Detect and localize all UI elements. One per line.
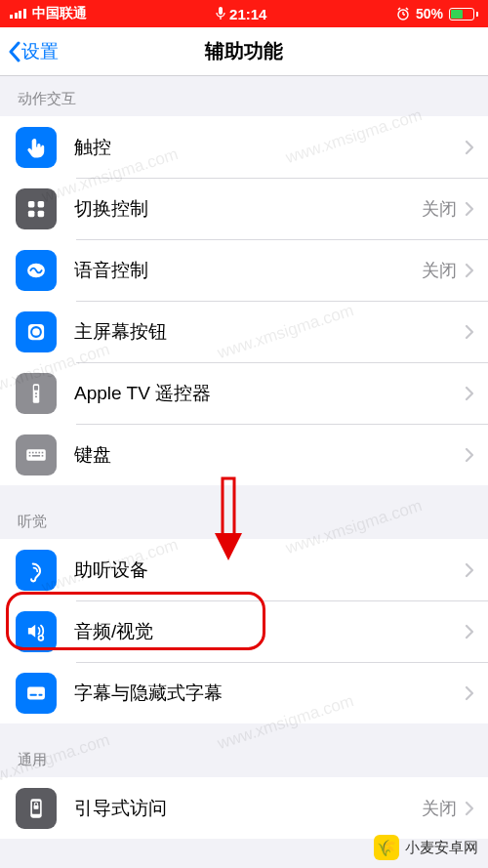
nav-bar: 设置 辅助功能 (0, 27, 488, 76)
status-bar: 中国联通 21:14 50% (0, 0, 488, 27)
status-left: 中国联通 (10, 5, 87, 22)
back-label: 设置 (21, 39, 59, 64)
chevron-right-icon (465, 624, 474, 640)
apple-tv-remote-icon (16, 373, 57, 414)
svg-rect-25 (29, 455, 31, 457)
signal-icon (10, 9, 26, 19)
svg-rect-20 (29, 451, 31, 453)
svg-point-17 (35, 393, 37, 394)
row-keyboard[interactable]: 键盘 (0, 424, 488, 485)
row-status: 关闭 (422, 259, 457, 282)
chevron-right-icon (465, 201, 474, 217)
alarm-icon (396, 7, 410, 21)
svg-rect-24 (42, 451, 44, 453)
section-header-motor: 动作交互 (0, 76, 488, 116)
svg-rect-9 (28, 210, 35, 217)
back-button[interactable]: 设置 (8, 39, 59, 64)
svg-rect-32 (38, 693, 42, 695)
svg-rect-10 (38, 210, 45, 217)
clock: 21:14 (229, 6, 266, 22)
svg-point-29 (39, 637, 42, 640)
row-label: Apple TV 遥控器 (74, 381, 465, 406)
chevron-left-icon (8, 41, 21, 62)
battery-percent: 50% (416, 6, 443, 21)
chevron-right-icon (465, 447, 474, 463)
row-label: 助听设备 (74, 558, 465, 583)
row-status: 关闭 (422, 797, 457, 820)
svg-rect-21 (32, 451, 34, 453)
chevron-right-icon (465, 324, 474, 340)
section-header-general: 通用 (0, 723, 488, 777)
svg-line-6 (406, 8, 408, 10)
status-right: 50% (396, 6, 478, 21)
row-label: 音频/视觉 (74, 619, 465, 644)
home-button-icon (16, 311, 57, 352)
svg-rect-22 (35, 451, 37, 453)
status-center: 21:14 (216, 6, 266, 22)
chevron-right-icon (465, 801, 474, 816)
svg-rect-31 (30, 693, 37, 695)
svg-rect-7 (28, 200, 35, 207)
chevron-right-icon (465, 263, 474, 278)
svg-rect-27 (42, 455, 44, 457)
mic-icon (216, 7, 225, 21)
guided-access-icon (16, 788, 57, 829)
brand-text: 小麦安卓网 (405, 839, 478, 857)
svg-line-5 (398, 8, 400, 10)
row-apple-tv-remote[interactable]: Apple TV 遥控器 (0, 362, 488, 424)
row-label: 主屏幕按钮 (74, 319, 465, 345)
svg-point-18 (35, 395, 37, 397)
row-label: 切换控制 (74, 196, 422, 222)
row-guided-access[interactable]: 引导式访问 关闭 (0, 777, 488, 839)
row-hearing-devices[interactable]: 助听设备 (0, 539, 488, 600)
row-label: 键盘 (74, 442, 465, 468)
keyboard-icon (16, 434, 57, 475)
svg-rect-16 (34, 385, 38, 390)
svg-rect-30 (27, 686, 45, 699)
list-general: 引导式访问 关闭 (0, 777, 488, 839)
svg-rect-26 (32, 455, 40, 457)
row-touch[interactable]: 触控 (0, 116, 488, 178)
svg-rect-0 (219, 7, 223, 15)
row-audio-visual[interactable]: 音频/视觉 (0, 600, 488, 662)
row-voice-control[interactable]: 语音控制 关闭 (0, 239, 488, 301)
touch-icon (16, 127, 57, 168)
list-motor: 触控 切换控制 关闭 语音控制 关闭 主屏幕按钮 Apple TV 遥控器 键盘 (0, 116, 488, 485)
section-header-hearing: 听觉 (0, 485, 488, 539)
battery-icon (449, 8, 478, 21)
row-label: 触控 (74, 135, 465, 160)
page-title: 辅助功能 (205, 38, 283, 64)
row-switch-control[interactable]: 切换控制 关闭 (0, 178, 488, 239)
row-label: 语音控制 (74, 258, 422, 283)
switch-control-icon (16, 188, 57, 229)
chevron-right-icon (465, 562, 474, 578)
carrier-label: 中国联通 (32, 5, 87, 22)
row-label: 引导式访问 (74, 796, 422, 821)
row-home-button[interactable]: 主屏幕按钮 (0, 301, 488, 362)
svg-rect-35 (34, 805, 39, 808)
row-status: 关闭 (422, 197, 457, 221)
svg-rect-8 (38, 200, 45, 207)
row-label: 字幕与隐藏式字幕 (74, 681, 465, 706)
list-hearing: 助听设备 音频/视觉 字幕与隐藏式字幕 (0, 539, 488, 723)
hearing-devices-icon (16, 550, 57, 591)
voice-control-icon (16, 250, 57, 291)
chevron-right-icon (465, 386, 474, 401)
subtitles-icon (16, 673, 57, 714)
chevron-right-icon (465, 685, 474, 701)
chevron-right-icon (465, 140, 474, 155)
audio-visual-icon (16, 611, 57, 652)
svg-rect-23 (38, 451, 40, 453)
row-subtitles[interactable]: 字幕与隐藏式字幕 (0, 662, 488, 723)
